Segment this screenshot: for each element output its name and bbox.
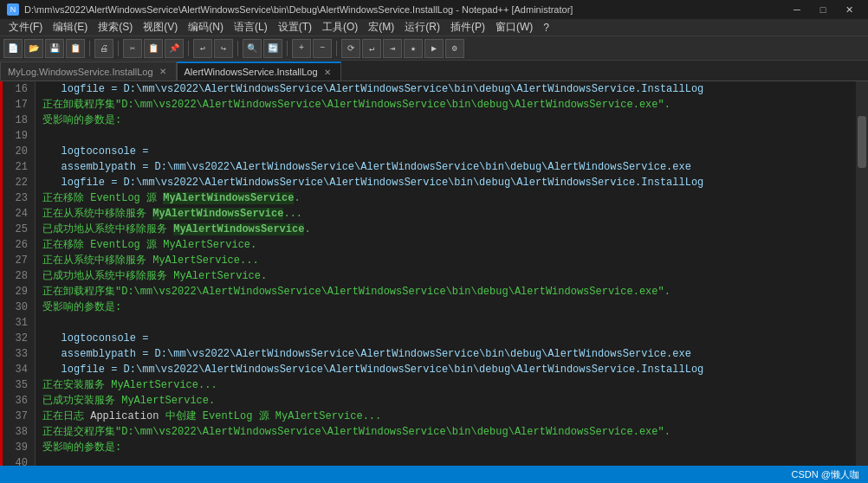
linenum-39: 39 xyxy=(10,440,28,455)
toolbar-find[interactable]: 🔍 xyxy=(243,39,262,58)
toolbar-wrap[interactable]: ↵ xyxy=(362,39,381,58)
linenum-27: 27 xyxy=(10,253,28,268)
editor-lines: logfile = D:\mm\vs2022\AlertWindowsServi… xyxy=(36,81,856,483)
line-31 xyxy=(42,315,849,331)
linenum-16: 16 xyxy=(10,81,28,97)
status-text: CSDN @懒人咖 xyxy=(792,468,859,481)
scrollbar-vertical[interactable] xyxy=(856,81,868,483)
line-23: 正在移除 EventLog 源 MyAlertWindowsService. xyxy=(42,190,849,206)
line-29: 正在卸载程序集"D:\mm\vs2022\AlertWindowsService… xyxy=(42,284,849,299)
tab-bar: MyLog.WindowsService.InstallLog ✕ AlertW… xyxy=(0,61,868,81)
toolbar-new[interactable]: 📄 xyxy=(3,39,23,58)
line-16: logfile = D:\mm\vs2022\AlertWindowsServi… xyxy=(42,81,849,97)
toolbar-sync[interactable]: ⟳ xyxy=(341,39,360,58)
line-33: assemblypath = D:\mm\vs2022\AlertWindows… xyxy=(42,346,849,362)
content-area: 16 17 18 19 20 21 22 23 24 25 26 27 28 2… xyxy=(0,81,868,483)
toolbar-sep2 xyxy=(118,41,119,56)
menu-plugins[interactable]: 插件(P) xyxy=(445,19,490,35)
line-24: 正在从系统中移除服务 MyAlertWindowsService... xyxy=(42,206,849,222)
toolbar-cut[interactable]: ✂ xyxy=(123,39,142,58)
line-28: 已成功地从系统中移除服务 MyAlertService. xyxy=(42,268,849,284)
menu-settings[interactable]: 设置(T) xyxy=(273,19,317,35)
toolbar-saveall[interactable]: 📋 xyxy=(66,39,85,58)
toolbar-sep6 xyxy=(336,41,337,56)
toolbar-macro[interactable]: ▶ xyxy=(424,39,444,58)
linenum-20: 20 xyxy=(10,144,28,159)
line-32: logtoconsole = xyxy=(42,331,849,346)
toolbar-redo[interactable]: ↪ xyxy=(214,39,233,58)
linenum-33: 33 xyxy=(10,346,28,362)
toolbar-print[interactable]: 🖨 xyxy=(94,39,113,58)
app-icon: N xyxy=(7,3,19,16)
toolbar-copy[interactable]: 📋 xyxy=(144,39,163,58)
linenum-32: 32 xyxy=(10,331,28,346)
close-button[interactable]: ✕ xyxy=(837,2,861,17)
linenum-30: 30 xyxy=(10,299,28,315)
menu-bar: 文件(F) 编辑(E) 搜索(S) 视图(V) 编码(N) 语言(L) 设置(T… xyxy=(0,19,868,36)
toolbar-zoomin[interactable]: + xyxy=(292,39,311,58)
line-37: 正在日志 Application 中创建 EventLog 源 MyAlertS… xyxy=(42,409,849,424)
line-21: assemblypath = D:\mm\vs2022\AlertWindows… xyxy=(42,159,849,175)
line-36: 已成功安装服务 MyAlertService. xyxy=(42,393,849,409)
tab-mylog[interactable]: MyLog.WindowsService.InstallLog ✕ xyxy=(0,61,177,80)
line-18: 受影响的参数是: xyxy=(42,113,849,128)
toolbar-replace[interactable]: 🔄 xyxy=(263,39,282,58)
line-20: logtoconsole = xyxy=(42,144,849,159)
menu-tools[interactable]: 工具(O) xyxy=(317,19,363,35)
tab-alert[interactable]: AlertWindowsService.InstallLog ✕ xyxy=(177,61,341,80)
toolbar-open[interactable]: 📂 xyxy=(24,39,43,58)
line-numbers: 16 17 18 19 20 21 22 23 24 25 26 27 28 2… xyxy=(3,81,36,483)
menu-run[interactable]: 运行(R) xyxy=(399,19,445,35)
toolbar-indent[interactable]: ⇥ xyxy=(383,39,402,58)
menu-file[interactable]: 文件(F) xyxy=(3,19,48,35)
toolbar-save[interactable]: 💾 xyxy=(45,39,64,58)
toolbar-undo[interactable]: ↩ xyxy=(193,39,212,58)
toolbar-paste[interactable]: 📌 xyxy=(165,39,184,58)
tab-alert-label: AlertWindowsService.InstallLog xyxy=(185,67,318,77)
linenum-29: 29 xyxy=(10,284,28,299)
line-35: 正在安装服务 MyAlertService... xyxy=(42,377,849,393)
scrollbar-thumb[interactable] xyxy=(858,116,866,168)
menu-macro[interactable]: 宏(M) xyxy=(363,19,399,35)
toolbar-run[interactable]: ⚙ xyxy=(445,39,464,58)
line-30: 受影响的参数是: xyxy=(42,299,849,315)
menu-edit[interactable]: 编辑(E) xyxy=(48,19,93,35)
title-bar-title: D:\mm\vs2022\AlertWindowsService\AlertWi… xyxy=(24,4,573,15)
menu-view[interactable]: 视图(V) xyxy=(138,19,183,35)
tab-mylog-label: MyLog.WindowsService.InstallLog xyxy=(8,67,153,77)
tab-mylog-close[interactable]: ✕ xyxy=(157,66,169,78)
maximize-button[interactable]: □ xyxy=(811,2,835,17)
menu-language[interactable]: 语言(L) xyxy=(229,19,273,35)
line-26: 正在移除 EventLog 源 MyAlertService. xyxy=(42,237,849,253)
line-22: logfile = D:\mm\vs2022\AlertWindowsServi… xyxy=(42,175,849,190)
toolbar-sep3 xyxy=(188,41,189,56)
toolbar-sep4 xyxy=(237,41,238,56)
linenum-35: 35 xyxy=(10,377,28,393)
menu-encoding[interactable]: 编码(N) xyxy=(183,19,229,35)
linenum-34: 34 xyxy=(10,362,28,377)
toolbar-zoomout[interactable]: − xyxy=(313,39,332,58)
editor-container: 16 17 18 19 20 21 22 23 24 25 26 27 28 2… xyxy=(0,81,868,483)
linenum-25: 25 xyxy=(10,222,28,237)
linenum-36: 36 xyxy=(10,393,28,409)
linenum-26: 26 xyxy=(10,237,28,253)
linenum-31: 31 xyxy=(10,315,28,331)
title-bar: N D:\mm\vs2022\AlertWindowsService\Alert… xyxy=(0,0,868,19)
tab-alert-close[interactable]: ✕ xyxy=(321,66,334,78)
toolbar-bookmark[interactable]: ★ xyxy=(404,39,423,58)
menu-help[interactable]: ? xyxy=(538,21,554,35)
status-bar: CSDN @懒人咖 xyxy=(0,466,868,483)
menu-window[interactable]: 窗口(W) xyxy=(490,19,538,35)
linenum-18: 18 xyxy=(10,113,28,128)
linenum-24: 24 xyxy=(10,206,28,222)
linenum-37: 37 xyxy=(10,409,28,424)
menu-search[interactable]: 搜索(S) xyxy=(93,19,138,35)
toolbar: 📄 📂 💾 📋 🖨 ✂ 📋 📌 ↩ ↪ 🔍 🔄 + − ⟳ ↵ ⇥ ★ ▶ ⚙ xyxy=(0,36,868,61)
line-27: 正在从系统中移除服务 MyAlertService... xyxy=(42,253,849,268)
line-17: 正在卸载程序集"D:\mm\vs2022\AlertWindowsService… xyxy=(42,97,849,113)
minimize-button[interactable]: ─ xyxy=(785,2,809,17)
line-34: logfile = D:\mm\vs2022\AlertWindowsServi… xyxy=(42,362,849,377)
editor[interactable]: logfile = D:\mm\vs2022\AlertWindowsServi… xyxy=(36,81,856,483)
linenum-38: 38 xyxy=(10,424,28,440)
linenum-17: 17 xyxy=(10,97,28,113)
